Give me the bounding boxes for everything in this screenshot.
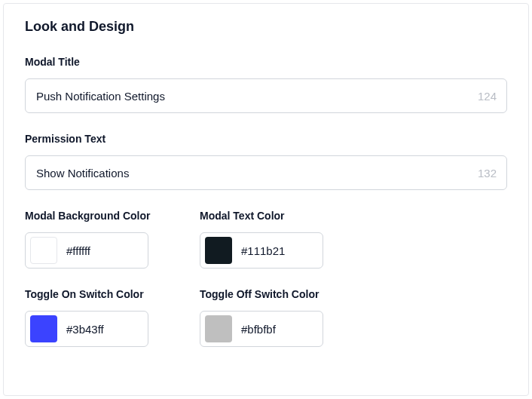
toggle-off-color-label: Toggle Off Switch Color [200, 288, 350, 300]
permission-text-input[interactable] [25, 155, 507, 190]
toggle-on-color-input-wrapper [25, 311, 148, 347]
modal-title-label: Modal Title [25, 56, 507, 68]
toggle-on-color-label: Toggle On Switch Color [25, 288, 176, 300]
toggle-off-color-value[interactable] [241, 323, 315, 336]
color-row-2: Toggle On Switch Color Toggle Off Switch… [25, 288, 507, 347]
toggle-off-color-input-wrapper [200, 311, 323, 347]
color-row-1: Modal Background Color Modal Text Color [25, 210, 507, 269]
modal-text-color-label: Modal Text Color [200, 210, 350, 222]
toggle-on-color-field: Toggle On Switch Color [25, 288, 176, 347]
modal-bg-color-label: Modal Background Color [25, 210, 176, 222]
modal-text-color-field: Modal Text Color [200, 210, 350, 269]
toggle-off-color-field: Toggle Off Switch Color [200, 288, 350, 347]
look-and-design-panel: Look and Design Modal Title 124 Permissi… [3, 3, 529, 396]
toggle-on-color-swatch[interactable] [30, 315, 57, 342]
modal-text-color-input-wrapper [200, 232, 323, 269]
modal-text-color-swatch[interactable] [205, 237, 232, 264]
modal-title-field: Modal Title 124 [25, 56, 507, 113]
modal-bg-color-input-wrapper [25, 232, 148, 269]
permission-text-label: Permission Text [25, 133, 507, 145]
toggle-off-color-swatch[interactable] [205, 315, 232, 342]
section-title: Look and Design [25, 19, 507, 35]
permission-text-input-wrapper: 132 [25, 155, 507, 190]
modal-text-color-value[interactable] [241, 244, 315, 257]
modal-title-input[interactable] [25, 78, 507, 113]
modal-title-input-wrapper: 124 [25, 78, 507, 113]
modal-bg-color-value[interactable] [66, 244, 140, 257]
modal-bg-color-field: Modal Background Color [25, 210, 176, 269]
toggle-on-color-value[interactable] [66, 323, 140, 336]
modal-bg-color-swatch[interactable] [30, 237, 57, 264]
permission-text-field: Permission Text 132 [25, 133, 507, 190]
